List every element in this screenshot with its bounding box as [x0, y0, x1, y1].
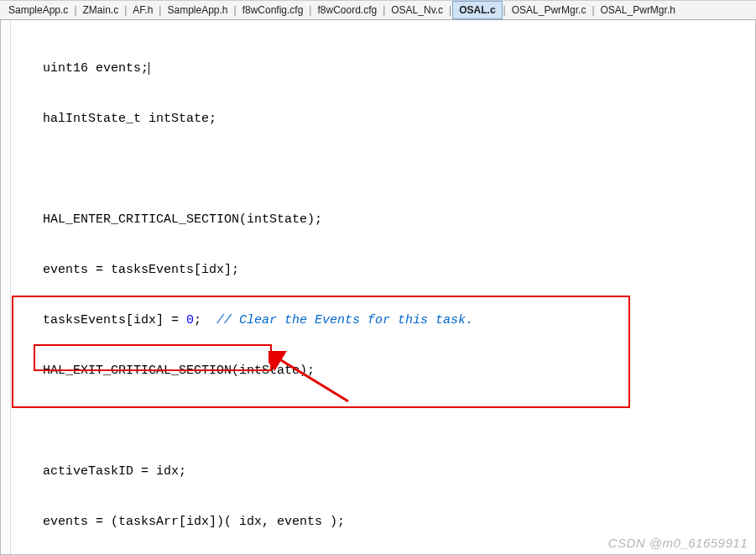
code-text: events = (tasksArr[idx])( idx, events );	[43, 515, 345, 529]
tab-osal-pwrmgr-c[interactable]: OSAL_PwrMgr.c	[507, 1, 592, 19]
code-text: events = tasksEvents[idx];	[43, 263, 239, 277]
code-text: ;	[194, 313, 216, 327]
code-text: HAL_ENTER_CRITICAL_SECTION(intState);	[43, 212, 322, 227]
tab-f8wconfig[interactable]: f8wConfig.cfg	[237, 1, 309, 19]
tab-osal-nv-c[interactable]: OSAL_Nv.c	[386, 1, 448, 19]
code-number: 0	[186, 313, 194, 327]
tab-f8wcoord[interactable]: f8wCoord.cfg	[312, 1, 382, 19]
tab-sampleapp-h[interactable]: SampleApp.h	[162, 1, 232, 19]
code-text: uint16 events;	[43, 61, 149, 76]
gutter	[1, 20, 11, 554]
text-cursor	[149, 62, 149, 75]
code-text: HAL_EXIT_CRITICAL_SECTION(intState);	[43, 364, 315, 378]
tab-zmain-c[interactable]: ZMain.c	[78, 1, 124, 19]
tab-af-h[interactable]: AF.h	[128, 1, 158, 19]
watermark: CSDN @m0_61659911	[608, 536, 748, 550]
tab-osal-c[interactable]: OSAL.c	[452, 1, 502, 19]
code-comment: // Clear the Events for this task.	[216, 313, 473, 327]
code-text: tasksEvents[idx] =	[43, 313, 186, 327]
code-text: activeTaskID = idx;	[43, 464, 186, 479]
tab-osal-pwrmgr-h[interactable]: OSAL_PwrMgr.h	[596, 1, 680, 19]
code-editor[interactable]: uint16 events; halIntState_t intState; H…	[11, 20, 755, 554]
tab-bar: SampleApp.c| ZMain.c| AF.h| SampleApp.h|…	[0, 0, 756, 20]
editor-wrap: uint16 events; halIntState_t intState; H…	[0, 20, 756, 555]
tab-sampleapp-c[interactable]: SampleApp.c	[3, 1, 73, 19]
code-text: halIntState_t intState;	[43, 112, 216, 126]
